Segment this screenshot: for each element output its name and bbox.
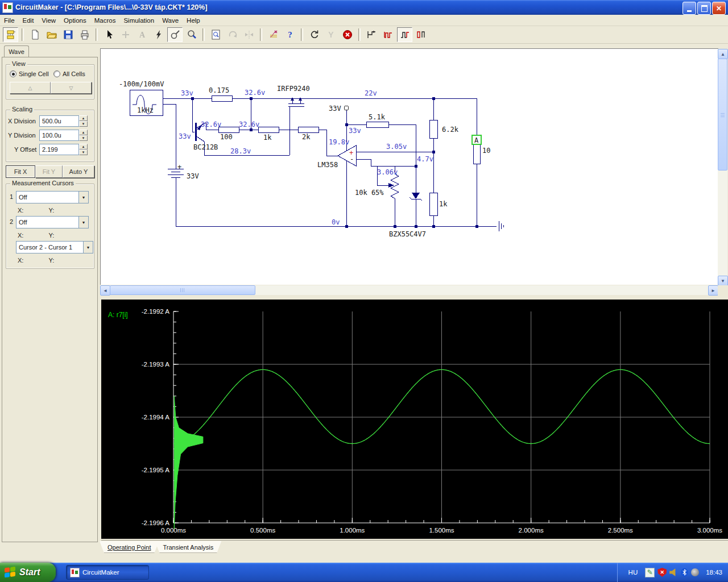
schematic-label: BC212B (193, 143, 218, 151)
probe-tool-button[interactable] (167, 27, 183, 42)
wire-options-button[interactable] (266, 27, 281, 42)
magnifier-icon (186, 29, 197, 40)
schematic-label: -100m/100mV (119, 80, 164, 88)
wave-down-button[interactable]: ▽ (51, 82, 92, 94)
rotate-button[interactable] (225, 27, 240, 42)
start-button[interactable]: Start (0, 563, 56, 582)
x-division-label: X Division (8, 118, 36, 124)
menu-help[interactable]: Help (183, 16, 204, 25)
open-folder-icon (46, 29, 57, 40)
scope-step-icon (366, 29, 378, 40)
x-axis-tick-label: 1.000ms (340, 527, 365, 534)
digital-scope-button[interactable] (380, 27, 396, 42)
bluetooth-icon[interactable] (681, 568, 688, 577)
volume-icon[interactable] (669, 568, 678, 576)
y-axis-tick-label: -2.1992 A (142, 308, 170, 315)
wave-up-button[interactable]: △ (10, 82, 51, 94)
x-division-input[interactable]: 500.0u (39, 115, 79, 127)
wire-tool-button[interactable] (118, 27, 133, 42)
x-axis-tick-label: 1.500ms (429, 527, 454, 534)
menu-view[interactable]: View (38, 16, 60, 25)
svg-text:?: ? (288, 30, 292, 39)
open-button[interactable] (44, 27, 59, 42)
cursor-arrow-icon (104, 29, 115, 40)
cursor2-select[interactable]: Off▼ (16, 216, 89, 228)
fit-x-button[interactable]: Fit X (6, 165, 35, 178)
y-offset-spinner[interactable]: ▲▼ (79, 144, 88, 155)
print-button[interactable] (77, 27, 92, 42)
menu-macros[interactable]: Macros (90, 16, 120, 25)
menu-simulation[interactable]: Simulation (119, 16, 158, 25)
tools-button[interactable]: Y (323, 27, 338, 42)
close-button[interactable]: ✕ (712, 2, 726, 15)
schematic-label: 32.6v (245, 89, 265, 97)
taskbar-task-circuitmaker[interactable]: CircuitMaker (66, 565, 149, 580)
zoom-select-button[interactable] (208, 27, 224, 42)
auto-y-button[interactable]: Auto Y (63, 165, 94, 178)
schematic-label: A (474, 136, 479, 144)
parts-browser-button[interactable] (3, 27, 18, 42)
mirror-button[interactable] (241, 27, 257, 42)
cursor1-select[interactable]: Off▼ (16, 191, 89, 203)
title-bar[interactable]: CircuitMaker - [C:\Program Files\...\0-3… (0, 0, 728, 15)
y-division-input[interactable]: 100.0u (39, 130, 79, 141)
schematic-label: 3.05v (386, 143, 407, 151)
all-cells-radio[interactable]: All Cells (53, 70, 85, 77)
toolbar-separator (260, 28, 262, 41)
hscroll-thumb (110, 285, 255, 295)
arrow-tool-button[interactable] (101, 27, 117, 42)
analog-scope-button[interactable] (397, 27, 412, 42)
x-axis-tick-label: 0.000ms (161, 527, 186, 534)
zoom-tool-button[interactable] (184, 27, 199, 42)
schematic-hscrollbar[interactable]: ◄ ► (100, 285, 718, 295)
text-tool-button[interactable]: A (134, 27, 150, 42)
scope-probe-button[interactable] (364, 27, 379, 42)
app-icon (2, 2, 13, 13)
new-button[interactable] (27, 27, 43, 42)
cursor-diff-select[interactable]: Cursor 2 - Cursor 1▼ (16, 241, 93, 253)
tab-operating-point[interactable]: Operating Point (100, 541, 159, 553)
text-a-icon: A (136, 29, 148, 40)
menu-wave[interactable]: Wave (158, 16, 183, 25)
schematic-vscrollbar[interactable]: ▲ ▼ (718, 49, 727, 285)
circuitmaker-window: CircuitMaker - [C:\Program Files\...\0-3… (0, 0, 728, 582)
circuitmaker-icon (70, 568, 80, 577)
x-division-spinner[interactable]: ▲▼ (79, 115, 88, 127)
reset-button[interactable] (307, 27, 322, 42)
save-button[interactable] (60, 27, 76, 42)
cursor2-index: 2 (10, 218, 13, 225)
system-tray: HU ✎✕ 18:43 (617, 563, 728, 582)
x-axis-tick-label: 0.500ms (250, 527, 275, 534)
schematic-label: 32.6v (239, 120, 259, 128)
security-alert-icon[interactable]: ✕ (657, 568, 667, 577)
chevron-down-icon: ▼ (78, 217, 88, 228)
delete-tool-button[interactable] (151, 27, 166, 42)
schematic-label: + (177, 163, 181, 171)
tablet-pen-icon[interactable]: ✎ (645, 568, 655, 577)
menu-options[interactable]: Options (60, 16, 90, 25)
menu-file[interactable]: File (0, 16, 19, 25)
scope-mixed-icon (399, 29, 411, 40)
y-division-spinner[interactable]: ▲▼ (79, 130, 88, 141)
schematic-label: 5.1k (369, 113, 386, 121)
audio-device-icon[interactable] (691, 568, 699, 576)
y-offset-input[interactable]: 2.199 (39, 144, 79, 155)
menu-edit[interactable]: Edit (19, 16, 38, 25)
taskbar-clock[interactable]: 18:43 (706, 569, 722, 576)
waveform-panel[interactable]: -2.1992 A-2.1993 A-2.1994 A-2.1995 A-2.1… (101, 300, 728, 539)
parts-bin-icon (5, 29, 16, 40)
pulse-scope-button[interactable] (413, 27, 429, 42)
toolbar-separator (22, 28, 24, 41)
help-button[interactable]: ? (282, 27, 297, 42)
restore-button[interactable] (697, 2, 711, 15)
tab-wave[interactable]: Wave (4, 45, 29, 57)
fit-y-button[interactable]: Fit Y (35, 165, 63, 178)
language-indicator[interactable]: HU (624, 567, 642, 577)
chevron-down-icon: ▼ (83, 242, 93, 253)
cursor1-index: 1 (10, 193, 13, 200)
minimize-button[interactable] (682, 2, 696, 15)
schematic-canvas[interactable]: -100m/100mV33v0.17532.6vIRFP924022v1kHz3… (100, 48, 718, 285)
single-cell-radio[interactable]: Single Cell (10, 70, 49, 77)
tab-transient-analysis[interactable]: Transient Analysis (155, 541, 221, 553)
stop-button[interactable] (340, 27, 355, 42)
